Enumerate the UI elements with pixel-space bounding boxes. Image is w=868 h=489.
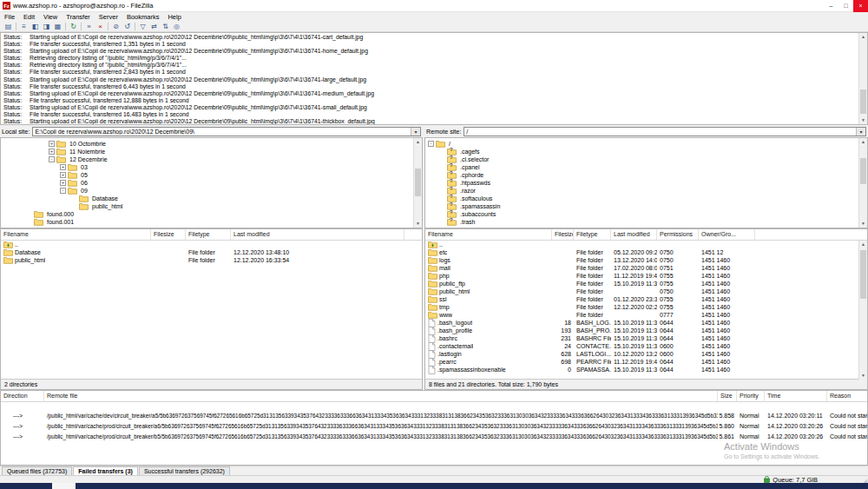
collapse-icon[interactable]: - — [60, 188, 66, 194]
tab-failed-transfers-3[interactable]: Failed transfers (3) — [73, 466, 138, 475]
column-header-size[interactable]: Size — [718, 391, 737, 401]
tree-item-cpanel[interactable]: ?.cpanel — [425, 163, 867, 171]
menu-item-file[interactable]: File — [0, 12, 19, 22]
file-row[interactable]: .. — [1, 241, 422, 248]
taskbar[interactable] — [0, 483, 868, 489]
scrollbar-thumb[interactable] — [415, 169, 421, 196]
toggle-local-tree-icon[interactable]: ◧ — [30, 22, 41, 31]
remote-tree-scrollbar[interactable]: ▲ ▼ — [858, 138, 867, 228]
tree-item-subaccounts[interactable]: ?.subaccounts — [425, 210, 867, 218]
scrollbar-track[interactable] — [859, 146, 867, 220]
file-row[interactable]: logsFile folder13.12.2020 14:0...0750145… — [425, 256, 867, 264]
column-header-time[interactable]: Time — [765, 391, 827, 401]
column-header-filesize[interactable]: Filesize — [151, 229, 186, 240]
cancel-icon[interactable]: × — [95, 22, 106, 31]
tree-item-found-000[interactable]: found.000 — [1, 210, 422, 218]
scroll-up-icon[interactable]: ▲ — [859, 33, 867, 41]
local-site-combo[interactable]: E:\Copii de rezerva\www.azshop.ro\2020\1… — [32, 127, 421, 136]
column-header-filename[interactable]: Filename — [425, 229, 552, 240]
chevron-down-icon[interactable]: ▾ — [856, 128, 865, 135]
column-header-filename[interactable]: Filename — [1, 229, 151, 240]
tree-item-cphorde[interactable]: ?.cphorde — [425, 171, 867, 179]
column-header-permissions[interactable]: Permissions — [657, 229, 699, 240]
toggle-remote-tree-icon[interactable]: ◨ — [41, 22, 52, 31]
expand-icon[interactable]: + — [60, 172, 66, 178]
taskbar-item[interactable] — [52, 483, 76, 489]
tree-item-09[interactable]: -09 — [1, 187, 422, 195]
tree-item-cl-selector[interactable]: ?.cl.selector — [425, 155, 867, 163]
tree-item-03[interactable]: +03 — [1, 163, 422, 171]
tree-item-10-octombrie[interactable]: +10 Octombrie — [1, 140, 422, 148]
scrollbar-track[interactable] — [859, 248, 867, 372]
column-header-owner-gro[interactable]: Owner/Gro... — [699, 229, 755, 240]
menu-item-edit[interactable]: Edit — [19, 12, 39, 22]
local-tree-scrollbar[interactable]: ▲ ▼ — [413, 138, 422, 228]
process-queue-icon[interactable]: » — [83, 22, 95, 31]
expand-icon[interactable]: + — [49, 141, 55, 147]
tree-item-12-decembrie[interactable]: -12 Decembrie — [1, 155, 422, 163]
tree-item-05[interactable]: +05 — [1, 171, 422, 179]
scroll-down-icon[interactable]: ▼ — [859, 220, 867, 228]
site-manager-icon[interactable]: ▤ — [3, 22, 14, 31]
find-icon[interactable]: ◎ — [171, 22, 182, 31]
expand-icon[interactable]: + — [60, 164, 66, 170]
file-row[interactable]: --->/public_html/var/cache/dev/circuit_b… — [1, 411, 867, 421]
chevron-down-icon[interactable]: ▾ — [411, 128, 420, 135]
log-scrollbar[interactable]: ▲ ▼ — [858, 33, 867, 124]
tree-item-trash[interactable]: ?.trash — [425, 218, 867, 226]
scroll-down-icon[interactable]: ▼ — [859, 372, 867, 380]
expand-icon[interactable]: + — [60, 180, 66, 186]
column-header-filesize[interactable]: Filesize — [552, 229, 574, 240]
close-button[interactable]: × — [853, 0, 868, 12]
menu-item-help[interactable]: Help — [163, 12, 185, 22]
file-row[interactable]: public_htmlFile folder07501451 1460 — [425, 287, 867, 295]
tree-item-found-001[interactable]: found.001 — [1, 218, 422, 226]
file-row[interactable]: --->/public_html/var/cache/prod/circuit_… — [1, 421, 867, 432]
column-header-remote-file[interactable]: Remote file — [44, 391, 718, 401]
column-header-reason[interactable]: Reason — [827, 391, 868, 401]
compare-icon[interactable]: ⇄ — [148, 22, 160, 31]
toggle-log-icon[interactable]: ≡ — [18, 22, 30, 31]
tree-item-htpasswds[interactable]: ?.htpasswds — [425, 179, 867, 187]
column-header-last-modified[interactable]: Last modified — [611, 229, 657, 240]
toggle-queue-icon[interactable]: ▦ — [52, 22, 63, 31]
reconnect-icon[interactable]: ↺ — [122, 22, 133, 31]
tree-item-cagefs[interactable]: ?.cagefs — [425, 148, 867, 155]
menu-item-view[interactable]: View — [39, 12, 62, 22]
file-row[interactable]: tmpFile folder12.12.2020 02:2...07551451… — [425, 303, 867, 311]
remote-site-combo[interactable]: / ▾ — [464, 127, 866, 136]
file-row[interactable]: mailFile folder17.02.2020 08:0...0751145… — [425, 264, 867, 272]
tab-successful-transfers-292632[interactable]: Successful transfers (292632) — [139, 466, 230, 475]
menu-item-bookmarks[interactable]: Bookmarks — [122, 12, 164, 22]
tree-item-razor[interactable]: ?.razor — [425, 187, 867, 195]
scroll-up-icon[interactable]: ▲ — [414, 138, 422, 146]
column-header-last-modified[interactable]: Last modified — [231, 229, 404, 240]
refresh-icon[interactable]: ↻ — [68, 22, 79, 31]
maximize-button[interactable]: □ — [838, 0, 853, 12]
minimize-button[interactable]: – — [824, 0, 838, 12]
tree-item-softaculous[interactable]: ?.softaculous — [425, 195, 867, 202]
file-row[interactable]: public_ftpFile folder15.10.2019 11:3...0… — [425, 280, 867, 287]
file-row[interactable]: etcFile folder05.12.2020 09:2...07501451… — [425, 248, 867, 256]
scrollbar-track[interactable] — [414, 146, 422, 220]
disconnect-icon[interactable]: ⊘ — [110, 22, 122, 31]
tab-queued-files-372753[interactable]: Queued files (372753) — [2, 466, 72, 475]
tree-item-[interactable]: -/ — [425, 140, 867, 148]
tree-item-11-noiembrie[interactable]: +11 Noiembrie — [1, 148, 422, 155]
collapse-icon[interactable]: - — [428, 141, 434, 147]
file-row[interactable]: public_htmlFile folder12.12.2020 16:33:5… — [1, 256, 422, 264]
tree-item-database[interactable]: Database — [1, 195, 422, 202]
menu-item-server[interactable]: Server — [95, 12, 122, 22]
scrollbar-track[interactable] — [859, 41, 867, 116]
remote-list-scrollbar[interactable]: ▲ ▼ — [858, 241, 867, 380]
scrollbar-thumb[interactable] — [860, 89, 866, 114]
scroll-up-icon[interactable]: ▲ — [859, 241, 867, 248]
column-header-filetype[interactable]: Filetype — [186, 229, 231, 240]
tree-item-spamassassin[interactable]: ?.spamassassin — [425, 202, 867, 210]
file-row[interactable]: sslFile folder01.12.2020 23:3...07551451… — [425, 295, 867, 303]
scroll-down-icon[interactable]: ▼ — [859, 116, 867, 124]
file-row[interactable]: DatabaseFile folder12.12.2020 13:48:10 — [1, 248, 422, 256]
tree-item-06[interactable]: +06 — [1, 179, 422, 187]
column-header-filetype[interactable]: Filetype — [574, 229, 611, 240]
scrollbar-thumb[interactable] — [860, 158, 866, 184]
